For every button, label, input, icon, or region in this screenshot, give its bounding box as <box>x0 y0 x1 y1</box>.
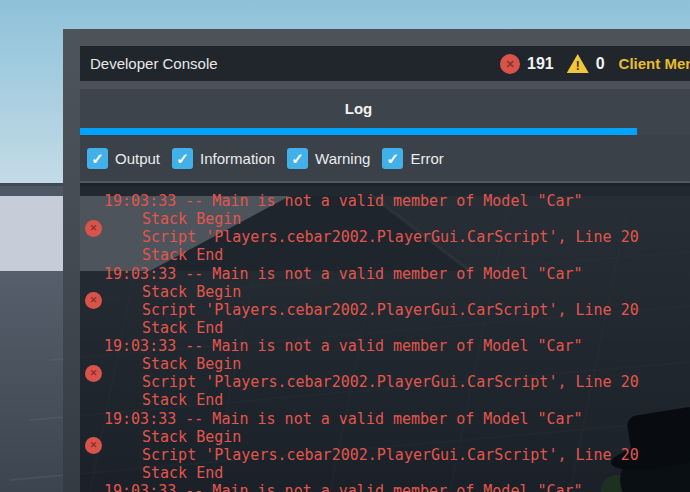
log-entry: ✕19:03:33 -- Main is not a valid member … <box>80 482 690 492</box>
active-tab-underline <box>80 128 637 135</box>
error-circle-x-icon: ✕ <box>500 54 520 74</box>
titlebar-badges: ✕ 191 ! 0 Client Memory <box>500 46 690 81</box>
log-stack-line: Stack Begin <box>104 210 690 228</box>
log-entry: ✕19:03:33 -- Main is not a valid member … <box>80 337 690 410</box>
error-circle-x-icon: ✕ <box>85 292 102 309</box>
warning-count: 0 <box>596 55 605 73</box>
error-circle-x-icon: ✕ <box>85 437 102 454</box>
log-entry: ✕19:03:33 -- Main is not a valid member … <box>80 192 690 265</box>
log-entry: ✕19:03:33 -- Main is not a valid member … <box>80 265 690 338</box>
console-title: Developer Console <box>80 55 218 72</box>
checkbox-checked-icon[interactable]: ✓ <box>87 148 108 169</box>
tab-log[interactable]: Log <box>80 89 637 128</box>
log-message-line: 19:03:33 -- Main is not a valid member o… <box>104 265 690 283</box>
filter-output[interactable]: ✓Output <box>87 148 160 169</box>
log-filter-row: ✓Output✓Information✓Warning✓Error <box>80 135 690 181</box>
filter-error[interactable]: ✓Error <box>382 148 443 169</box>
log-stack-line: Stack End <box>104 246 690 264</box>
checkbox-checked-icon[interactable]: ✓ <box>172 148 193 169</box>
filter-label: Warning <box>315 150 370 167</box>
error-count: 191 <box>527 55 554 73</box>
tab-log-label: Log <box>345 100 373 117</box>
log-stack-line: Script 'Players.cebar2002.PlayerGui.CarS… <box>104 228 690 246</box>
filter-label: Information <box>200 150 275 167</box>
checkbox-checked-icon[interactable]: ✓ <box>382 148 403 169</box>
filter-warning[interactable]: ✓Warning <box>287 148 370 169</box>
client-memory-button[interactable]: Client Memory <box>619 55 690 72</box>
console-tabbar: Log <box>80 89 690 135</box>
log-stack-line: Stack Begin <box>104 283 690 301</box>
error-circle-x-icon: ✕ <box>85 365 102 382</box>
log-message-line: 19:03:33 -- Main is not a valid member o… <box>104 410 690 428</box>
log-message-line: 19:03:33 -- Main is not a valid member o… <box>104 337 690 355</box>
filter-label: Error <box>410 150 443 167</box>
error-circle-x-icon: ✕ <box>85 220 102 237</box>
log-stack-line: Script 'Players.cebar2002.PlayerGui.CarS… <box>104 301 690 319</box>
filter-label: Output <box>115 150 160 167</box>
log-stack-line: Stack End <box>104 391 690 409</box>
log-stack-line: Stack Begin <box>104 355 690 373</box>
checkbox-checked-icon[interactable]: ✓ <box>287 148 308 169</box>
console-window-frame-top <box>63 29 690 46</box>
log-stack-line: Stack End <box>104 319 690 337</box>
log-output-area[interactable]: ✕19:03:33 -- Main is not a valid member … <box>80 181 690 492</box>
console-window-frame-gap <box>80 81 690 89</box>
warning-triangle-icon: ! <box>567 54 589 73</box>
log-stack-line: Script 'Players.cebar2002.PlayerGui.CarS… <box>104 446 690 464</box>
console-window-frame-left <box>63 29 80 492</box>
log-entry: ✕19:03:33 -- Main is not a valid member … <box>80 410 690 483</box>
filter-information[interactable]: ✓Information <box>172 148 275 169</box>
console-titlebar[interactable]: Developer Console ✕ 191 ! 0 Client Memor… <box>80 46 690 81</box>
log-message-line: 19:03:33 -- Main is not a valid member o… <box>104 482 690 492</box>
log-stack-line: Script 'Players.cebar2002.PlayerGui.CarS… <box>104 373 690 391</box>
log-stack-line: Stack End <box>104 464 690 482</box>
log-stack-line: Stack Begin <box>104 428 690 446</box>
log-message-line: 19:03:33 -- Main is not a valid member o… <box>104 192 690 210</box>
